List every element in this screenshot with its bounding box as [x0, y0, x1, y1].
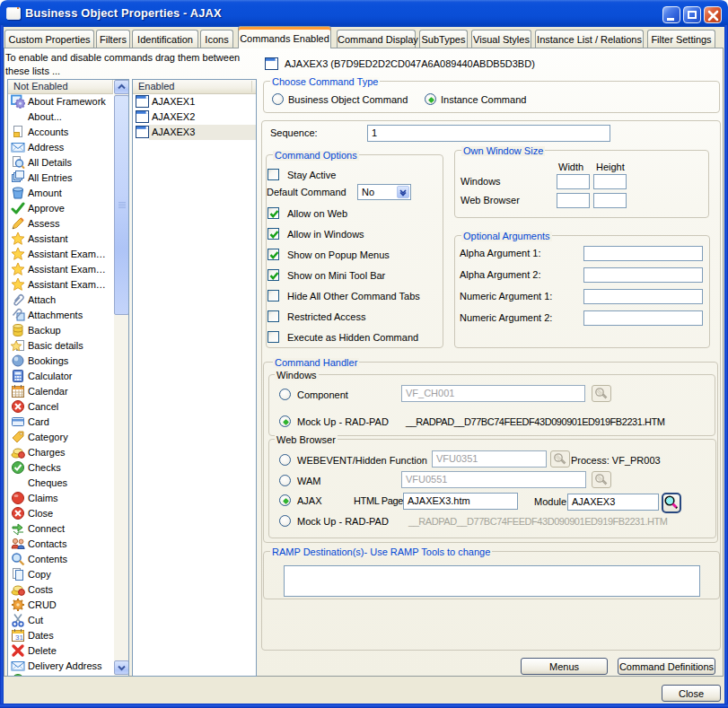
svg-text:31: 31 — [15, 634, 23, 642]
